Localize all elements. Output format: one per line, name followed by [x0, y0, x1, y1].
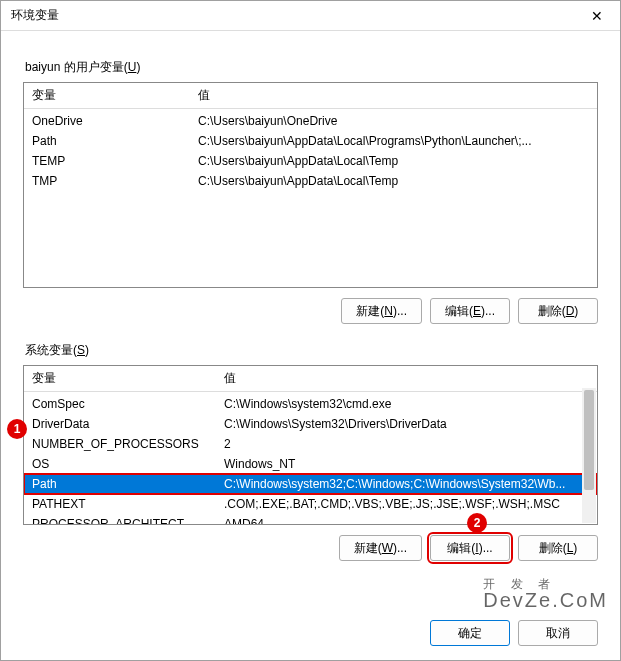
table-row[interactable]: TMPC:\Users\baiyun\AppData\Local\Temp	[24, 171, 597, 191]
sys-table-header: 变量 值	[24, 366, 597, 392]
ok-button[interactable]: 确定	[430, 620, 510, 646]
sys-vars-table[interactable]: 变量 值 ComSpecC:\Windows\system32\cmd.exe …	[23, 365, 598, 525]
titlebar: 环境变量 ✕	[1, 1, 620, 31]
table-row[interactable]: NUMBER_OF_PROCESSORS2	[24, 434, 597, 454]
user-new-button[interactable]: 新建(N)...	[341, 298, 422, 324]
user-edit-button[interactable]: 编辑(E)...	[430, 298, 510, 324]
table-row[interactable]: OSWindows_NT	[24, 454, 597, 474]
watermark: 开 发 者 DevZe.CoM	[483, 576, 608, 612]
column-variable[interactable]: 变量	[24, 366, 216, 391]
table-row[interactable]: PROCESSOR_ARCHITECT...AMD64	[24, 514, 597, 525]
sys-vars-label: 系统变量(S)	[25, 342, 598, 359]
column-variable[interactable]: 变量	[24, 83, 190, 108]
table-row[interactable]: TEMPC:\Users\baiyun\AppData\Local\Temp	[24, 151, 597, 171]
sys-delete-button[interactable]: 删除(L)	[518, 535, 598, 561]
annotation-badge-2: 2	[467, 513, 487, 533]
table-row-path[interactable]: PathC:\Windows\system32;C:\Windows;C:\Wi…	[24, 474, 597, 494]
dialog-bottom-buttons: 确定 取消	[23, 620, 598, 646]
sys-buttons: 新建(W)... 编辑(I)... 删除(L)	[23, 535, 598, 561]
dialog-title: 环境变量	[11, 7, 59, 24]
sys-table-body: ComSpecC:\Windows\system32\cmd.exe Drive…	[24, 392, 597, 525]
column-value[interactable]: 值	[190, 83, 597, 108]
user-delete-button[interactable]: 删除(D)	[518, 298, 598, 324]
env-vars-dialog: 环境变量 ✕ baiyun 的用户变量(U) 变量 值 OneDriveC:\U…	[0, 0, 621, 661]
close-icon[interactable]: ✕	[582, 4, 612, 28]
table-row[interactable]: OneDriveC:\Users\baiyun\OneDrive	[24, 111, 597, 131]
user-table-body: OneDriveC:\Users\baiyun\OneDrive PathC:\…	[24, 109, 597, 193]
dialog-content: baiyun 的用户变量(U) 变量 值 OneDriveC:\Users\ba…	[1, 31, 620, 561]
user-vars-table[interactable]: 变量 值 OneDriveC:\Users\baiyun\OneDrive Pa…	[23, 82, 598, 288]
sys-new-button[interactable]: 新建(W)...	[339, 535, 422, 561]
user-buttons: 新建(N)... 编辑(E)... 删除(D)	[23, 298, 598, 324]
user-table-header: 变量 值	[24, 83, 597, 109]
table-row[interactable]: PathC:\Users\baiyun\AppData\Local\Progra…	[24, 131, 597, 151]
annotation-badge-1: 1	[7, 419, 27, 439]
table-row[interactable]: ComSpecC:\Windows\system32\cmd.exe	[24, 394, 597, 414]
column-value[interactable]: 值	[216, 366, 597, 391]
cancel-button[interactable]: 取消	[518, 620, 598, 646]
table-row[interactable]: PATHEXT.COM;.EXE;.BAT;.CMD;.VBS;.VBE;.JS…	[24, 494, 597, 514]
user-vars-label: baiyun 的用户变量(U)	[25, 59, 598, 76]
sys-scrollbar[interactable]	[582, 388, 596, 523]
sys-edit-button[interactable]: 编辑(I)...	[430, 535, 510, 561]
table-row[interactable]: DriverDataC:\Windows\System32\Drivers\Dr…	[24, 414, 597, 434]
scrollbar-thumb[interactable]	[584, 390, 594, 490]
